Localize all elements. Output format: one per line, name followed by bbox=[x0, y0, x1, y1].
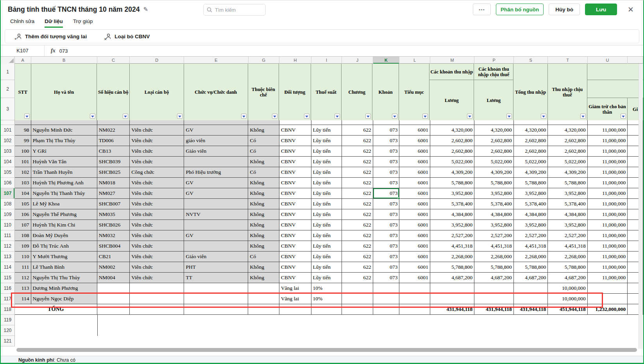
cell-M103[interactable]: 2,602,800 bbox=[430, 146, 474, 157]
row-number-101[interactable]: 101 bbox=[1, 125, 15, 136]
cell-P108[interactable]: 5,378,400 bbox=[474, 199, 513, 209]
cell-G109[interactable]: Không bbox=[248, 209, 279, 220]
formula-input[interactable]: 073 bbox=[59, 48, 68, 54]
cell-I101[interactable]: Lũy tiến bbox=[311, 125, 342, 136]
row-number-113[interactable]: 113 bbox=[1, 252, 15, 262]
cell-K108[interactable]: 073 bbox=[373, 199, 400, 209]
cell-G115[interactable]: Không bbox=[248, 273, 279, 283]
cell-I105[interactable]: Lũy tiến bbox=[311, 167, 342, 178]
cell-L110[interactable]: 6001 bbox=[399, 220, 430, 230]
cell-B107[interactable]: Nguyễn Thị Thanh Thúy bbox=[31, 188, 97, 199]
cell-D105[interactable]: Công chức bbox=[130, 167, 184, 178]
cell-L107[interactable]: 6001 bbox=[399, 188, 430, 199]
header-i[interactable]: Thuế suất bbox=[311, 64, 342, 120]
cell-G102[interactable]: Có bbox=[248, 136, 279, 146]
cell-H101[interactable]: CBNV bbox=[279, 125, 311, 136]
cell-T104[interactable]: 5,022,000 bbox=[548, 157, 587, 167]
cell-G113[interactable]: Có bbox=[248, 252, 279, 262]
filter-dropdown-icon[interactable] bbox=[304, 114, 309, 119]
row-number-2[interactable]: 2 bbox=[1, 80, 15, 98]
cell-S114[interactable]: 5,788,800 bbox=[514, 262, 548, 273]
cell-M109[interactable]: 4,384,800 bbox=[430, 209, 474, 220]
row-number-105[interactable]: 105 bbox=[1, 167, 15, 178]
filter-dropdown-icon[interactable] bbox=[123, 114, 128, 119]
header-m-top[interactable]: Các khoản thu nhập bbox=[429, 64, 474, 80]
row-number-102[interactable]: 102 bbox=[1, 136, 15, 146]
column-letter-P[interactable]: P bbox=[474, 57, 513, 64]
cell-D115[interactable]: Viên chức bbox=[130, 273, 184, 283]
header-h[interactable]: Đối tượng bbox=[279, 64, 311, 120]
cell-E114[interactable]: PHT bbox=[184, 262, 248, 273]
cell-H113[interactable]: CBNV bbox=[279, 252, 311, 262]
cell-C110[interactable]: SHCB026 bbox=[97, 220, 130, 230]
row-number-121[interactable]: 121 bbox=[1, 336, 15, 346]
cell-S110[interactable]: 3,952,800 bbox=[514, 220, 548, 230]
cell-K114[interactable]: 073 bbox=[373, 262, 400, 273]
cell-M112[interactable]: 4,451,318 bbox=[430, 241, 474, 252]
cell-K104[interactable]: 073 bbox=[373, 157, 400, 167]
cell-D114[interactable]: Viên chức bbox=[130, 262, 184, 273]
cell-S101[interactable]: 4,320,000 bbox=[514, 125, 548, 136]
column-letter-H[interactable]: H bbox=[279, 57, 311, 64]
cell-H104[interactable]: CBNV bbox=[279, 157, 311, 167]
cell-E103[interactable]: Giáo viên bbox=[184, 146, 248, 157]
cell-U104[interactable]: 11,000,000 bbox=[588, 157, 628, 167]
cell-L104[interactable]: 6001 bbox=[399, 157, 430, 167]
row-number-114[interactable]: 114 bbox=[1, 262, 15, 273]
row-number-111[interactable]: 111 bbox=[1, 230, 15, 241]
cell-C113[interactable]: CB21 bbox=[97, 252, 130, 262]
cell-S116[interactable] bbox=[514, 283, 548, 294]
cell-E116[interactable] bbox=[184, 283, 248, 294]
cell-S107[interactable]: 3,952,800 bbox=[514, 188, 548, 199]
row-number-107[interactable]: 107 bbox=[1, 188, 15, 199]
row-number-104[interactable]: 104 bbox=[1, 157, 15, 167]
cell-M108[interactable]: 5,378,400 bbox=[430, 199, 474, 209]
cell-E112[interactable] bbox=[184, 241, 248, 252]
cell-D116[interactable] bbox=[130, 283, 184, 294]
total-cell-u[interactable]: 1,232,000,000 bbox=[588, 304, 628, 315]
total-cell-s[interactable]: 431,944,118 bbox=[514, 304, 548, 315]
cell-C112[interactable]: SHCB004 bbox=[97, 241, 130, 252]
row-number-106[interactable]: 106 bbox=[1, 178, 15, 188]
header-g[interactable]: Thuộc biên chế bbox=[248, 64, 279, 120]
cell-C108[interactable]: SHCB007 bbox=[97, 199, 130, 209]
cell-H117[interactable]: Vãng lai bbox=[279, 294, 311, 304]
cell-P101[interactable]: 4,320,000 bbox=[474, 125, 513, 136]
cell-B111[interactable]: Đoàn Mỹ Duyên bbox=[31, 230, 97, 241]
cell-S102[interactable]: 2,602,800 bbox=[514, 136, 548, 146]
cell-B102[interactable]: Phạm Thị Thu Thủy bbox=[31, 136, 97, 146]
row-number-119[interactable]: 119 bbox=[1, 315, 15, 325]
add-guest-button[interactable]: + Thêm đối tượng vãng lai bbox=[15, 33, 87, 40]
filter-dropdown-icon[interactable] bbox=[24, 114, 30, 119]
cell-D104[interactable]: Viên chức bbox=[130, 157, 184, 167]
cell-P106[interactable]: 5,788,800 bbox=[474, 178, 513, 188]
cell-J117[interactable] bbox=[342, 294, 373, 304]
cell-M115[interactable]: 4,687,200 bbox=[430, 273, 474, 283]
cell-L103[interactable]: 6001 bbox=[399, 146, 430, 157]
cell-K112[interactable]: 073 bbox=[373, 241, 400, 252]
column-letter-L[interactable]: L bbox=[399, 57, 430, 64]
cell-C104[interactable]: SHCB039 bbox=[97, 157, 130, 167]
cell-U102[interactable]: 11,000,000 bbox=[588, 136, 628, 146]
total-cell-l[interactable] bbox=[399, 304, 430, 315]
cell-B114[interactable]: Lê Thanh Bình bbox=[31, 262, 97, 273]
cell-L114[interactable]: 6001 bbox=[399, 262, 430, 273]
cell-P110[interactable]: 3,952,800 bbox=[474, 220, 513, 230]
row-number-116[interactable]: 116 bbox=[1, 283, 15, 294]
cell-P105[interactable]: 4,309,200 bbox=[474, 167, 513, 178]
cell-G104[interactable]: Không bbox=[248, 157, 279, 167]
cell-U107[interactable]: 11,000,000 bbox=[588, 188, 628, 199]
cell-T103[interactable]: 2,602,800 bbox=[548, 146, 587, 157]
cell-B101[interactable]: Nguyễn Minh Đức bbox=[31, 125, 97, 136]
cell-A116[interactable]: 113 bbox=[15, 283, 31, 294]
cell-E117[interactable] bbox=[184, 294, 248, 304]
cell-H106[interactable]: CBNV bbox=[279, 178, 311, 188]
cell-U115[interactable]: 11,000,000 bbox=[588, 273, 628, 283]
cell-A108[interactable]: 105 bbox=[15, 199, 31, 209]
cell-A105[interactable]: 102 bbox=[15, 167, 31, 178]
cell-C115[interactable]: NM004 bbox=[97, 273, 130, 283]
cell-P115[interactable]: 4,687,200 bbox=[474, 273, 513, 283]
row-number-108[interactable]: 108 bbox=[1, 199, 15, 209]
cell-M104[interactable]: 5,022,000 bbox=[430, 157, 474, 167]
cell-J116[interactable] bbox=[342, 283, 373, 294]
